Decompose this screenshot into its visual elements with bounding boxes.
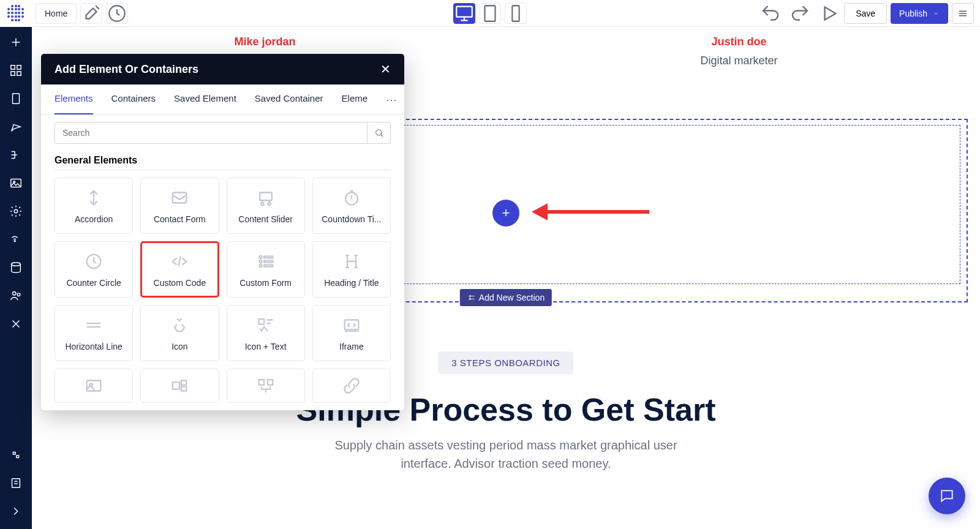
element-partial-1[interactable]: [55, 369, 133, 403]
clock-icon[interactable]: [106, 3, 128, 24]
team-member-name: Mike jordan: [234, 36, 295, 48]
svg-rect-18: [173, 193, 187, 203]
element-custom-form[interactable]: Custom Form: [227, 241, 305, 298]
save-button[interactable]: Save: [844, 3, 887, 24]
undo-button[interactable]: [760, 3, 782, 24]
desktop-device-button[interactable]: [453, 3, 475, 24]
element-contact-form[interactable]: Contact Form: [140, 178, 219, 234]
svg-rect-4: [11, 66, 15, 69]
database-icon[interactable]: [9, 261, 23, 274]
settings-icon[interactable]: [9, 204, 23, 218]
logo[interactable]: [0, 0, 32, 27]
svg-rect-27: [264, 261, 273, 263]
svg-rect-16: [12, 479, 20, 488]
element-horizontal-line[interactable]: Horizontal Line: [55, 305, 133, 361]
menu-button[interactable]: [952, 3, 974, 24]
element-iframe[interactable]: Iframe: [312, 305, 391, 361]
element-heading[interactable]: Heading / Title: [312, 241, 391, 298]
svg-rect-34: [173, 382, 179, 389]
preview-button[interactable]: [818, 3, 840, 24]
svg-rect-29: [264, 265, 273, 267]
svg-point-14: [13, 292, 17, 296]
search-button[interactable]: [368, 122, 391, 144]
svg-point-28: [259, 264, 262, 267]
tab-saved-container[interactable]: Saved Container: [255, 93, 323, 114]
svg-rect-35: [181, 381, 187, 385]
close-icon[interactable]: ✕: [380, 62, 391, 77]
add-element-modal: Add Element Or Containers ✕ Elements Con…: [41, 54, 404, 410]
layout-icon[interactable]: [9, 64, 23, 77]
element-accordion[interactable]: Accordion: [55, 178, 133, 234]
page-icon[interactable]: [9, 92, 23, 105]
tab-containers[interactable]: Containers: [111, 93, 156, 114]
users-icon[interactable]: [9, 289, 23, 302]
device-switcher: [453, 3, 527, 24]
svg-point-17: [375, 130, 381, 135]
svg-point-26: [259, 260, 262, 263]
svg-rect-30: [258, 319, 264, 325]
svg-point-11: [14, 209, 18, 213]
annotation-arrow: [532, 203, 649, 220]
home-button[interactable]: Home: [36, 3, 77, 24]
mobile-device-button[interactable]: [505, 3, 527, 24]
tab-elements[interactable]: Elements: [55, 93, 93, 114]
wrench-icon[interactable]: [80, 3, 102, 24]
svg-rect-8: [13, 94, 20, 104]
add-element-button[interactable]: +: [492, 200, 519, 227]
element-partial-4[interactable]: [312, 369, 391, 403]
add-section-button[interactable]: Add New Section: [460, 289, 552, 306]
svg-rect-31: [345, 320, 359, 330]
team-member-name: Justin doe: [700, 36, 777, 48]
svg-rect-2: [485, 6, 496, 21]
element-custom-code[interactable]: Custom Code: [140, 241, 219, 298]
team-member-role: Digital marketer: [700, 54, 777, 67]
collapse-icon[interactable]: [9, 505, 23, 518]
svg-point-24: [259, 256, 262, 258]
tree-icon[interactable]: [9, 148, 23, 162]
keyboard-icon[interactable]: [9, 448, 23, 462]
modal-title: Add Element Or Containers: [55, 63, 198, 76]
left-sidebar: [0, 27, 32, 529]
svg-rect-3: [512, 6, 519, 21]
broadcast-icon[interactable]: [9, 233, 23, 246]
svg-rect-19: [260, 193, 272, 201]
elements-section-title: General Elements: [41, 144, 404, 170]
image-icon[interactable]: [9, 176, 23, 190]
tab-saved-element[interactable]: Saved Element: [174, 93, 236, 114]
svg-rect-38: [267, 380, 273, 385]
svg-point-12: [14, 241, 15, 242]
svg-rect-25: [264, 257, 273, 258]
element-counter-circle[interactable]: Counter Circle: [55, 241, 133, 298]
tab-overflow[interactable]: Eleme: [342, 93, 368, 114]
element-icon-text[interactable]: Icon + Text: [227, 305, 305, 361]
docs-icon[interactable]: [9, 476, 23, 490]
svg-rect-7: [17, 72, 21, 75]
modal-tabs: Elements Containers Saved Element Saved …: [41, 84, 404, 114]
element-partial-2[interactable]: [140, 369, 219, 403]
svg-rect-6: [11, 72, 15, 75]
design-icon[interactable]: [9, 120, 23, 133]
element-icon[interactable]: Icon: [140, 305, 219, 361]
hero-subtitle: Supply chain assets vesting period mass …: [310, 436, 702, 473]
publish-button[interactable]: Publish: [891, 3, 948, 24]
svg-point-15: [17, 293, 20, 296]
svg-rect-1: [456, 6, 472, 17]
tab-more-icon[interactable]: ⋯: [386, 93, 397, 114]
add-icon[interactable]: [9, 36, 23, 49]
svg-rect-37: [258, 380, 264, 385]
search-input[interactable]: [55, 122, 368, 144]
svg-rect-5: [17, 66, 21, 69]
svg-rect-36: [181, 386, 187, 391]
elements-grid: Accordion Contact Form Content Slider Co…: [41, 178, 404, 369]
chat-button[interactable]: [929, 478, 965, 514]
svg-point-22: [345, 193, 358, 205]
top-toolbar: Home Save Publish: [0, 0, 980, 27]
onboarding-badge: 3 STEPS ONBOARDING: [438, 351, 573, 374]
element-content-slider[interactable]: Content Slider: [227, 178, 305, 234]
element-countdown-timer[interactable]: Countdown Ti...: [312, 178, 391, 234]
redo-button[interactable]: [789, 3, 811, 24]
tablet-device-button[interactable]: [479, 3, 501, 24]
element-partial-3[interactable]: [227, 369, 305, 403]
svg-point-13: [12, 263, 21, 266]
tools-icon[interactable]: [9, 317, 23, 331]
